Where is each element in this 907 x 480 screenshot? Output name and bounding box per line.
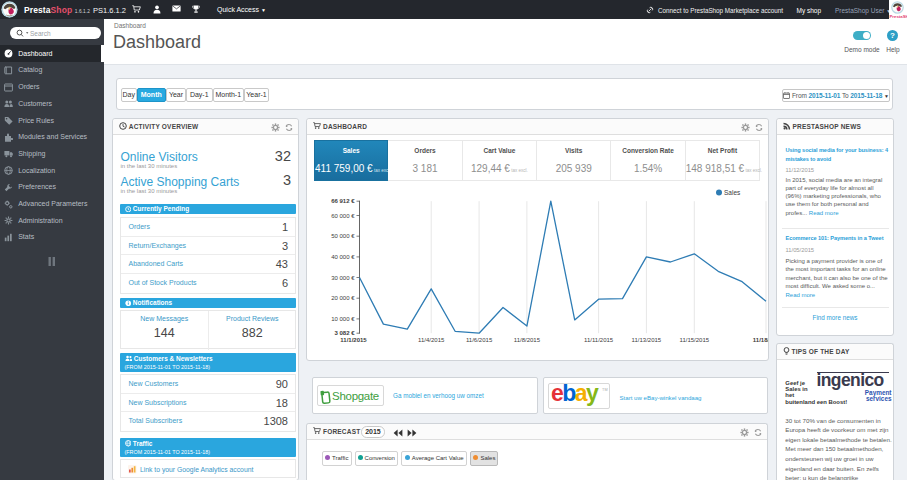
svg-text:20 000 €: 20 000 € xyxy=(331,295,355,301)
svg-text:Sales: Sales xyxy=(724,189,741,196)
svg-text:60 000 €: 60 000 € xyxy=(331,212,355,218)
svg-text:11/18/201: 11/18/201 xyxy=(753,336,768,342)
svg-text:11/11/2015: 11/11/2015 xyxy=(584,336,614,342)
svg-text:40 000 €: 40 000 € xyxy=(331,253,355,259)
svg-text:30 000 €: 30 000 € xyxy=(331,274,355,280)
svg-text:11/8/2015: 11/8/2015 xyxy=(514,336,541,342)
svg-text:11/13/2015: 11/13/2015 xyxy=(632,336,662,342)
svg-text:50 000 €: 50 000 € xyxy=(331,233,355,239)
svg-text:3 082 €: 3 082 € xyxy=(334,330,355,336)
svg-text:10 000 €: 10 000 € xyxy=(331,315,355,321)
svg-text:11/6/2015: 11/6/2015 xyxy=(466,336,493,342)
svg-text:11/15/2015: 11/15/2015 xyxy=(680,336,710,342)
svg-text:66 912 €: 66 912 € xyxy=(331,198,355,204)
svg-text:11/1/2015: 11/1/2015 xyxy=(340,336,367,342)
svg-text:11/4/2015: 11/4/2015 xyxy=(418,336,445,342)
